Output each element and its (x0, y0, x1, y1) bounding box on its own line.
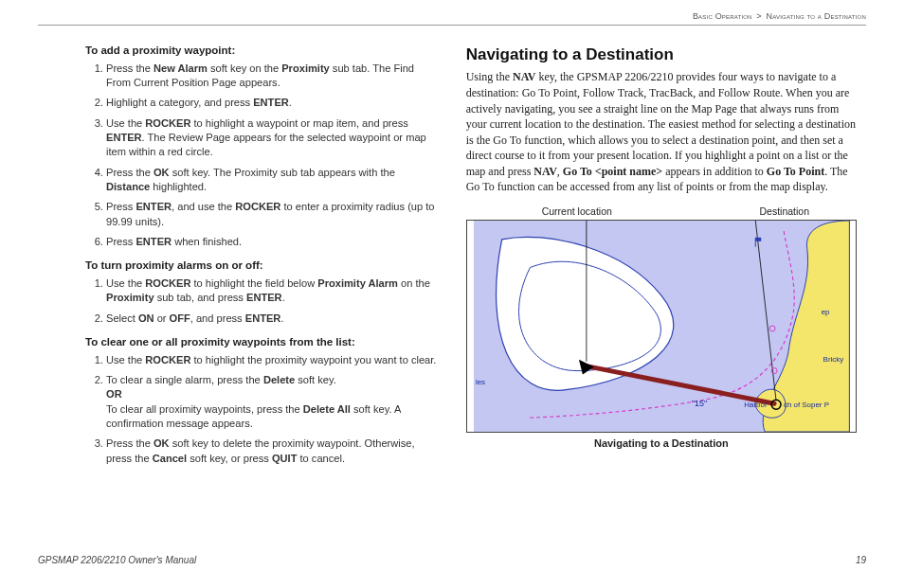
proc3-steps: Use the ROCKER to highlight the proximit… (85, 353, 440, 466)
step-item: Press the OK soft key to delete the prox… (106, 437, 440, 466)
step-item: Press ENTER, and use the ROCKER to enter… (106, 200, 440, 229)
step-item: Press ENTER when finished. (106, 235, 440, 249)
content-columns: To add a proximity waypoint: Press the N… (38, 44, 866, 473)
header-rule (38, 25, 866, 26)
breadcrumb-page: Navigating to a Destination (767, 11, 866, 21)
step-item: Select ON or OFF, and press ENTER. (106, 312, 440, 326)
svg-text:ep: ep (821, 308, 829, 316)
step-item: Use the ROCKER to highlight the field be… (106, 276, 440, 306)
step-item: Highlight a category, and press ENTER. (106, 96, 440, 110)
proc1-steps: Press the New Alarm soft key on the Prox… (85, 62, 440, 249)
step-item: Use the ROCKER to highlight the proximit… (106, 353, 440, 367)
footer-page-number: 19 (856, 555, 866, 565)
depth-label: "15" (692, 400, 707, 409)
step-item: To clear a single alarm, press the Delet… (106, 373, 440, 431)
svg-text:Harbor: Harbor (744, 401, 768, 410)
proc2-heading: To turn proximity alarms on or off: (85, 258, 440, 274)
footer-manual-title: GPSMAP 2206/2210 Owner's Manual (38, 555, 196, 565)
page-footer: GPSMAP 2206/2210 Owner's Manual 19 (38, 555, 866, 565)
breadcrumb: Basic Operation > Navigating to a Destin… (693, 11, 866, 21)
figure-callout-labels: Current location Destination (542, 205, 809, 218)
breadcrumb-sep: > (756, 11, 761, 21)
right-column: Navigating to a Destination Using the NA… (466, 44, 866, 473)
svg-text:ch of Soper P: ch of Soper P (784, 401, 829, 410)
callout-current-location: Current location (542, 205, 612, 218)
callout-destination: Destination (759, 205, 809, 218)
section-title: Navigating to a Destination (466, 44, 857, 65)
step-item: Use the ROCKER to highlight a waypoint o… (106, 116, 440, 160)
left-column: To add a proximity waypoint: Press the N… (38, 44, 440, 473)
step-item: Press the OK soft key. The Proximity sub… (106, 166, 440, 195)
map-figure: "15" Harbor ch of Soper P les Bricky ep (466, 220, 857, 433)
section-paragraph: Using the NAV key, the GPSMAP 2206/2210 … (466, 69, 857, 194)
svg-rect-10 (755, 238, 761, 241)
figure-caption: Navigating to a Destination (466, 437, 857, 451)
svg-text:Bricky: Bricky (823, 355, 843, 364)
proc1-heading: To add a proximity waypoint: (85, 44, 440, 59)
figure: Current location Destination (466, 205, 857, 452)
svg-text:les: les (476, 379, 485, 387)
map-svg: "15" Harbor ch of Soper P les Bricky ep (467, 221, 856, 432)
proc3-heading: To clear one or all proximity waypoints … (85, 335, 440, 350)
step-item: Press the New Alarm soft key on the Prox… (106, 62, 440, 91)
proc2-steps: Use the ROCKER to highlight the field be… (85, 276, 440, 326)
breadcrumb-section: Basic Operation (693, 11, 752, 21)
